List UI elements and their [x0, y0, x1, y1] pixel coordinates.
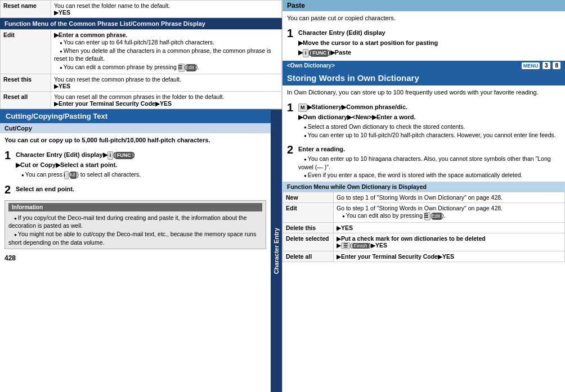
paste-step-1-num: 1	[287, 28, 293, 39]
delete-all-content: ▶Enter your Terminal Security Code▶YES	[334, 251, 565, 262]
new-content: Go to step 1 of "Storing Words in Own Di…	[334, 192, 565, 202]
paste-intro: You can paste cut or copied characters.	[282, 11, 565, 25]
reset-all-label: Reset all	[1, 91, 51, 109]
delete-selected-label: Delete selected	[283, 233, 334, 251]
step-1-num: 1	[5, 150, 11, 161]
cut-or-copy-label: Cut or Copy	[20, 161, 56, 168]
func-key: FUNC	[115, 152, 133, 159]
edit-key-badge: ☰	[178, 64, 185, 72]
info-box-header: Information	[8, 203, 262, 211]
table-row: Reset name You can reset the folder name…	[1, 1, 282, 18]
step-1-content: Character Entry (Edit) display▶i(FUNC) ▶…	[16, 151, 266, 179]
edit-content: ▶Enter a common phrase. You can enter up…	[51, 30, 282, 74]
own-dict-main-header: Storing Words in Own Dictionary	[282, 70, 565, 85]
step-2-num: 2	[5, 184, 11, 195]
reset-name-label: Reset name	[1, 1, 51, 18]
new-label: New	[283, 192, 334, 202]
own-dict-step-1-num: 1	[287, 102, 293, 113]
information-box: Information If you copy/cut the Deco-mai…	[5, 200, 266, 250]
cutting-section-header: Cutting/Copying/Pasting Text	[0, 109, 271, 123]
badge-8: 8	[553, 62, 560, 69]
sidebar-character-entry: Character Entry	[271, 109, 282, 392]
reset-name-content: You can reset the folder name to the def…	[51, 1, 282, 18]
table-row-edit: Edit Go to step 1 of "Storing Words in O…	[283, 202, 565, 222]
function-menu-table: Edit ▶Enter a common phrase. You can ent…	[0, 29, 282, 109]
paste-step-1: 1 Character Entry (Edit) display ▶Move t…	[282, 25, 565, 60]
paste-section: Paste You can paste cut or copied charac…	[282, 0, 565, 61]
function-menu-header: Function Menu of the Common Phrase List/…	[0, 18, 282, 29]
i-key-badge: i	[107, 151, 114, 160]
badge-3: 3	[542, 62, 550, 69]
own-dict-intro: In Own Dictionary, you can store up to 1…	[282, 85, 565, 100]
paste-header: Paste	[282, 0, 565, 11]
own-dict-func-menu-header: Function Menu while Own Dictionary is Di…	[282, 182, 565, 192]
table-row-delete-selected: Delete selected ▶Put a check mark for ow…	[283, 233, 565, 251]
left-column: Reset name You can reset the folder name…	[0, 0, 282, 392]
cut-copy-intro: You can cut or copy up to 5,000 full-pit…	[0, 133, 271, 147]
page-number: 428	[0, 252, 271, 264]
own-dict-top-bar: <Own Dictionary> MENU 3 8	[282, 61, 565, 70]
step-2-content: Select an end point.	[16, 185, 266, 193]
reset-all-content: You can reset all the common phrases in …	[51, 91, 282, 109]
right-column: Paste You can paste cut or copied charac…	[282, 0, 565, 392]
cutting-main: Cutting/Copying/Pasting Text Cut/Copy Yo…	[0, 109, 271, 392]
own-dict-step-2-num: 2	[287, 144, 293, 155]
delete-all-label: Delete all	[283, 251, 334, 262]
step-2-block: 2 Select an end point.	[0, 182, 271, 197]
table-row-reset-this: Reset this You can reset the common phra…	[1, 74, 282, 91]
own-dict-step-1: 1 M▶Stationery▶Common phrase/dic. ▶Own d…	[282, 100, 565, 141]
info-bullet-2: You might not be able to cut/copy the De…	[8, 231, 256, 246]
paste-step-1-content: Character Entry (Edit) display ▶Move the…	[298, 29, 560, 57]
table-row-delete-all: Delete all ▶Enter your Terminal Security…	[283, 251, 565, 262]
table-row-delete-this: Delete this ▶YES	[283, 222, 565, 233]
step-1-block: 1 Character Entry (Edit) display▶i(FUNC)…	[0, 147, 271, 182]
edit-label: Edit	[283, 202, 334, 222]
table-row-reset-all: Reset all You can reset all the common p…	[1, 91, 282, 109]
edit-label: Edit	[1, 30, 51, 74]
reset-name-table: Reset name You can reset the folder name…	[0, 0, 282, 18]
own-dict-step-1-content: M▶Stationery▶Common phrase/dic. ▶Own dic…	[298, 103, 560, 139]
info-bullet-1: If you copy/cut the Deco-mail text durin…	[8, 214, 247, 229]
own-dict-step-2: 2 Enter a reading. You can enter up to 1…	[282, 142, 565, 182]
reset-this-label: Reset this	[1, 74, 51, 91]
own-dict-menu-badge: MENU 3 8	[522, 62, 560, 69]
own-dict-func-table: New Go to step 1 of "Storing Words in Ow…	[282, 192, 565, 262]
function-menu-section: Function Menu of the Common Phrase List/…	[0, 18, 282, 109]
cutting-section-wrapper: Cutting/Copying/Pasting Text Cut/Copy Yo…	[0, 109, 282, 392]
delete-this-content: ▶YES	[334, 222, 565, 233]
step-1-bullet: You can press i(All) to select all chara…	[16, 171, 141, 178]
table-row-edit: Edit ▶Enter a common phrase. You can ent…	[1, 30, 282, 74]
delete-this-label: Delete this	[283, 222, 334, 233]
table-row-new: New Go to step 1 of "Storing Words in Ow…	[283, 192, 565, 202]
reset-this-content: You can reset the common phrase to the d…	[51, 74, 282, 91]
delete-selected-content: ▶Put a check mark for own dictionaries t…	[334, 233, 565, 251]
own-dict-step-2-content: Enter a reading. You can enter up to 10 …	[298, 145, 560, 179]
edit-content: Go to step 1 of "Storing Words in Own Di…	[334, 202, 565, 222]
edit-key: Edit	[186, 64, 196, 71]
own-dictionary-section: <Own Dictionary> MENU 3 8 Storing Words …	[282, 61, 565, 262]
own-dict-top-label: <Own Dictionary>	[287, 62, 335, 69]
cut-copy-subheader: Cut/Copy	[0, 123, 271, 133]
